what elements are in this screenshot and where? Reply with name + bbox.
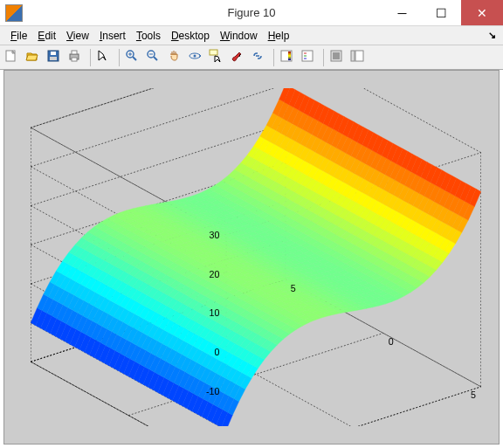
svg-rect-6 — [72, 58, 77, 61]
menu-help[interactable]: Help — [263, 28, 295, 44]
toolbar-separator — [323, 49, 324, 66]
svg-rect-18 — [288, 52, 291, 60]
svg-point-15 — [194, 54, 196, 57]
svg-rect-19 — [302, 51, 313, 61]
menu-edit[interactable]: Edit — [32, 28, 61, 44]
menu-bar: File Edit View Insert Tools Desktop Wind… — [0, 26, 503, 45]
zoom-in-button[interactable] — [124, 48, 143, 67]
svg-text:5: 5 — [471, 389, 476, 400]
menu-tools[interactable]: Tools — [131, 28, 166, 44]
window-titlebar: Figure 10 ─ ☐ ✕ — [0, 0, 503, 26]
menu-view[interactable]: View — [61, 28, 94, 44]
svg-line-38 — [226, 387, 481, 426]
surface-plot-svg: -30-20-100102030-505-505 — [31, 88, 481, 426]
figure-toolbar — [0, 45, 503, 70]
menu-file[interactable]: File — [5, 28, 32, 44]
matlab-figure-icon — [5, 4, 23, 22]
link-button[interactable] — [250, 48, 269, 67]
menu-desktop[interactable]: Desktop — [166, 28, 215, 44]
pan-button[interactable] — [166, 48, 185, 67]
svg-rect-16 — [210, 50, 217, 55]
svg-text:0: 0 — [389, 336, 394, 347]
rotate-3d-button[interactable] — [187, 48, 206, 67]
dock-icon[interactable]: ↘ — [488, 30, 498, 41]
svg-text:-10: -10 — [206, 386, 219, 396]
legend-button[interactable] — [300, 48, 319, 67]
menu-insert[interactable]: Insert — [94, 28, 131, 44]
axes-3d[interactable]: -30-20-100102030-505-505 — [31, 88, 481, 426]
toolbar-separator — [90, 49, 91, 66]
close-button[interactable]: ✕ — [461, 0, 503, 25]
svg-text:5: 5 — [291, 283, 296, 293]
svg-text:10: 10 — [209, 307, 219, 318]
svg-rect-3 — [50, 57, 57, 60]
svg-text:20: 20 — [209, 269, 219, 279]
svg-line-52 — [31, 88, 286, 128]
show-plot-tools-button[interactable] — [349, 48, 369, 67]
maximize-button[interactable]: ☐ — [422, 0, 461, 25]
new-figure-button[interactable] — [3, 48, 23, 67]
hide-plot-tools-button[interactable] — [328, 48, 348, 67]
open-button[interactable] — [24, 48, 44, 67]
svg-rect-2 — [51, 52, 56, 55]
svg-line-12 — [154, 57, 157, 60]
svg-text:-20: -20 — [206, 424, 219, 426]
menu-window[interactable]: Window — [215, 28, 263, 44]
zoom-out-button[interactable] — [145, 48, 164, 67]
svg-rect-25 — [351, 51, 355, 61]
svg-line-29 — [31, 88, 286, 128]
brush-button[interactable] — [229, 48, 248, 67]
toolbar-separator — [273, 49, 274, 66]
svg-rect-5 — [72, 51, 77, 54]
edit-plot-button[interactable] — [95, 48, 114, 67]
svg-line-8 — [133, 57, 136, 60]
print-button[interactable] — [66, 48, 86, 67]
window-buttons: ─ ☐ ✕ — [382, 0, 503, 25]
save-button[interactable] — [45, 48, 65, 67]
colorbar-button[interactable] — [279, 48, 298, 67]
svg-rect-24 — [333, 52, 340, 59]
svg-text:30: 30 — [209, 230, 219, 240]
minimize-button[interactable]: ─ — [382, 0, 422, 25]
data-cursor-button[interactable] — [208, 48, 227, 67]
figure-canvas[interactable]: -30-20-100102030-505-505 — [3, 70, 500, 445]
svg-rect-26 — [355, 51, 363, 61]
svg-line-56 — [226, 387, 481, 426]
svg-text:0: 0 — [214, 347, 219, 357]
toolbar-separator — [119, 49, 120, 66]
